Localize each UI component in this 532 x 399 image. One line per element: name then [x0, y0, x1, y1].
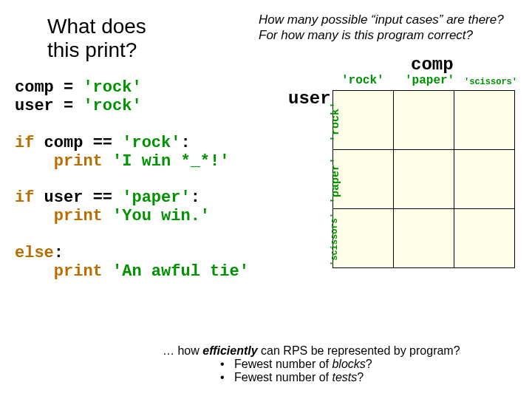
table-row — [333, 91, 515, 150]
code-colon: : — [54, 244, 64, 262]
code-listing: comp = 'rock' user = 'rock' if comp == '… — [15, 78, 249, 299]
code-text — [112, 134, 122, 152]
code-str: 'rock' — [83, 97, 141, 115]
grid-col-headers: 'rock' 'paper' 'scissors' — [332, 74, 520, 90]
b1-tail: ? — [366, 358, 372, 370]
outcome-grid: 'rock' 'paper' 'scissors' — [332, 74, 520, 268]
code-kw: if — [15, 188, 34, 207]
b1-lead: Fewest number of — [234, 358, 332, 370]
col-header-rock: 'rock' — [341, 74, 384, 87]
footer-lead: … how — [163, 344, 202, 357]
grid-cell — [333, 209, 394, 268]
code-sp — [103, 262, 112, 281]
code-op: == — [93, 134, 112, 152]
row-header-rock: 'rock' — [330, 102, 342, 142]
table-row — [333, 150, 515, 209]
title-line-2: this print? — [47, 38, 146, 62]
code-var: user — [15, 97, 54, 115]
grid-cell — [394, 150, 454, 209]
grid-cell — [454, 150, 515, 209]
grid-cell — [454, 209, 515, 268]
title-line-1: What does — [47, 15, 146, 38]
code-sp — [103, 207, 112, 225]
question-line-1: How many possible “input cases” are ther… — [259, 12, 504, 27]
prompt-question: How many possible “input cases” are ther… — [259, 12, 504, 44]
code-text: user — [34, 188, 92, 207]
slide-canvas: What does this print? How many possible … — [0, 0, 532, 399]
code-sp — [103, 152, 112, 171]
b1-em: blocks — [332, 358, 365, 370]
footer-em: efficiently — [202, 344, 257, 357]
code-indent — [15, 262, 54, 281]
row-header-paper: 'paper' — [330, 157, 342, 204]
code-op: = — [54, 97, 83, 115]
bullet-icon: • — [220, 358, 225, 370]
code-text: comp — [34, 134, 92, 152]
grid-cell — [394, 209, 454, 268]
code-colon: : — [180, 134, 190, 152]
col-header-scissors: 'scissors' — [464, 77, 517, 87]
footer-bullet-1: • Fewest number of blocks? — [163, 358, 460, 371]
code-kw: print — [54, 152, 103, 171]
row-header-scissors: 'scissors' — [330, 213, 340, 266]
code-kw: print — [54, 207, 103, 225]
code-block-1: comp = 'rock' user = 'rock' — [15, 78, 249, 116]
code-kw: if — [15, 134, 34, 152]
code-kw: print — [54, 262, 103, 281]
grid-table — [332, 90, 515, 268]
code-str: 'rock' — [122, 134, 180, 152]
grid-cell — [454, 91, 515, 150]
bullet-icon: • — [220, 371, 225, 383]
b2-em: tests — [332, 371, 357, 383]
code-op: == — [93, 188, 112, 207]
code-str: 'rock' — [83, 78, 141, 97]
code-text — [112, 188, 122, 207]
code-block-4: else: print 'An awful tie' — [15, 244, 249, 282]
slide-title: What does this print? — [47, 15, 146, 62]
code-block-3: if user == 'paper': print 'You win.' — [15, 188, 249, 226]
grid-cell — [394, 91, 454, 150]
footer-rest: can RPS be represented by program? — [258, 344, 460, 357]
axis-label-comp: comp — [411, 55, 454, 75]
code-indent — [15, 152, 54, 171]
footer-bullet-2: • Fewest number of tests? — [163, 371, 460, 384]
axis-label-user: user — [288, 89, 331, 109]
code-block-2: if comp == 'rock': print 'I win *_*!' — [15, 134, 249, 171]
footer-notes: … how efficiently can RPS be represented… — [163, 344, 460, 384]
code-op: = — [54, 78, 83, 97]
code-str: 'An awful tie' — [112, 262, 249, 281]
code-colon: : — [191, 188, 200, 207]
b2-tail: ? — [357, 371, 364, 383]
col-header-paper: 'paper' — [405, 74, 454, 87]
code-var: comp — [15, 78, 54, 97]
footer-line-1: … how efficiently can RPS be represented… — [163, 344, 460, 358]
b2-lead: Fewest number of — [234, 371, 332, 383]
code-kw: else — [15, 244, 54, 262]
code-str: 'I win *_*!' — [112, 152, 229, 171]
code-str: 'You win.' — [112, 207, 210, 225]
code-indent — [15, 207, 54, 225]
question-line-2: For how many is this program correct? — [259, 27, 504, 43]
code-str: 'paper' — [122, 188, 190, 207]
table-row — [333, 209, 515, 268]
